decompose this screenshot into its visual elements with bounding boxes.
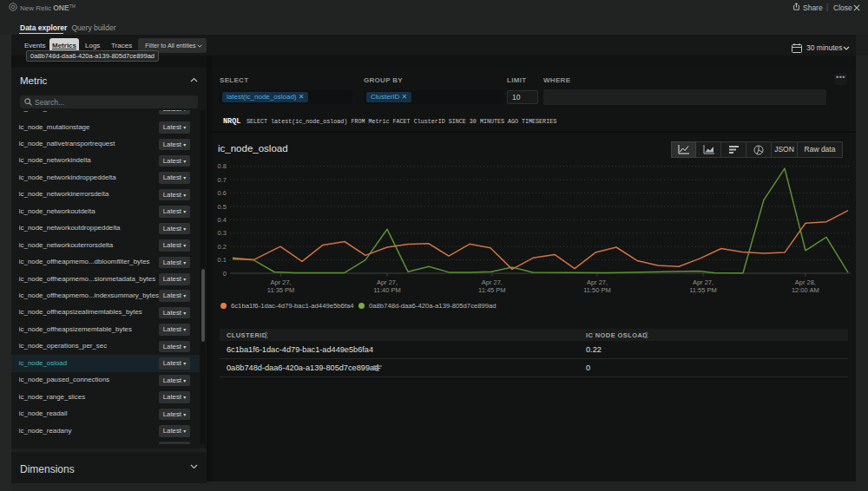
svg-text:11:35 PM: 11:35 PM [267,286,295,294]
svg-text:11:55 PM: 11:55 PM [689,286,717,294]
svg-text:11:40 PM: 11:40 PM [373,286,401,294]
svg-text:11:50 PM: 11:50 PM [583,286,611,294]
svg-text:0: 0 [223,270,227,278]
svg-text:0.6: 0.6 [218,189,227,197]
svg-text:0.3: 0.3 [218,229,227,237]
svg-text:0.4: 0.4 [218,216,227,224]
svg-text:0.7: 0.7 [218,176,227,184]
svg-text:11:45 PM: 11:45 PM [478,286,506,294]
svg-text:0.1: 0.1 [218,256,227,264]
svg-text:0.5: 0.5 [218,203,227,211]
svg-text:12:00 AM: 12:00 AM [792,286,819,294]
svg-text:0.2: 0.2 [218,243,227,251]
svg-text:0.8: 0.8 [218,162,227,170]
